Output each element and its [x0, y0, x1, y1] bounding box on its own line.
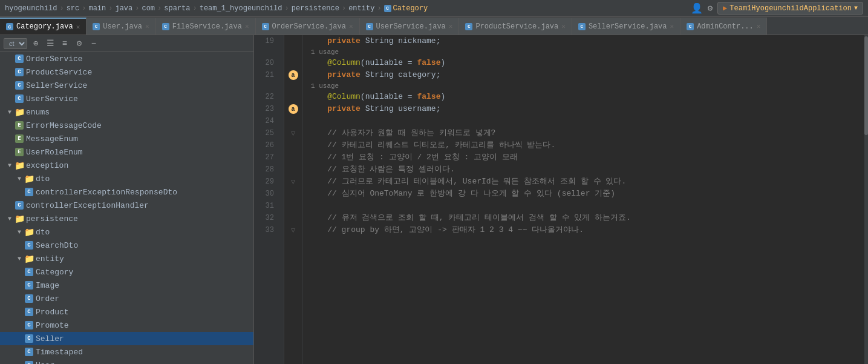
gutter-30 [284, 188, 302, 200]
folder-icon: 📁 [24, 254, 34, 263]
sidebar: ct ⊕ ☰ ≡ ⚙ − C OrderService [0, 35, 254, 364]
tab-productservice-java[interactable]: C ProductService.java ✕ [459, 18, 572, 35]
code-line-21: private String category; [308, 69, 864, 81]
tab-fileservice-java[interactable]: C FileService.java ✕ [156, 18, 256, 35]
class-icon: C [24, 267, 34, 277]
tab-close-button[interactable]: ✕ [145, 22, 149, 30]
sidebar-item-seller[interactable]: C Seller [0, 332, 253, 345]
class-icon: C [24, 280, 34, 290]
breadcrumb-item: main [88, 4, 106, 13]
gear-icon-button[interactable]: ⚙ [73, 38, 85, 50]
sidebar-item-errormessagecode[interactable]: E ErrorMessageCode [0, 119, 253, 132]
tab-user-java[interactable]: C User.java ✕ [86, 18, 155, 35]
tab-close-button[interactable]: ✕ [757, 22, 761, 30]
sidebar-toolbar: ct ⊕ ☰ ≡ ⚙ − [0, 35, 253, 52]
sidebar-item-category[interactable]: C Category [0, 265, 253, 279]
code-text: // 1번 요청 : 고양이 / 2번 요청 : 고양이 모래 [308, 151, 518, 164]
line-num-19: 19 [254, 35, 279, 47]
tree-item-label: OrderService [26, 55, 83, 64]
title-bar-right: 👤 ⚙ ▶ Team1HyogeunchildApplication ▼ [691, 2, 863, 15]
tab-icon: C [578, 23, 586, 30]
line-num-22: 22 [254, 91, 279, 103]
sidebar-item-exception[interactable]: ▼ 📁 exception [0, 159, 253, 172]
tree-expand-arrow: ▼ [15, 256, 24, 262]
enum-icon: E [15, 134, 24, 144]
code-line-22: @Column(nullable = false) [308, 91, 864, 103]
run-config-label: Team1HyogeunchildApplication [729, 4, 852, 13]
globe-icon-button[interactable]: ⊕ [30, 38, 42, 50]
tab-close-button[interactable]: ✕ [349, 22, 353, 30]
tab-close-button[interactable]: ✕ [76, 23, 80, 31]
sidebar-item-searchdto[interactable]: C SearchDto [0, 239, 253, 252]
breadcrumb-class-icon: C [384, 5, 391, 12]
code-line-29: // 그러므로 카테고리 테이블에서, UserId는 뭐든 참조해서 조회 할… [308, 176, 864, 188]
code-content[interactable]: private String nickname; 1 usage @Column… [302, 35, 864, 364]
tab-close-button[interactable]: ✕ [245, 22, 249, 30]
usage-hint-text: 1 usage [311, 46, 339, 58]
fold-indicator[interactable]: ▽ [291, 226, 295, 235]
tree-item-label: Seller [36, 334, 64, 343]
tab-admincontr-java[interactable]: C AdminContr... ✕ [680, 18, 767, 35]
code-line-19: private String nickname; [308, 35, 864, 47]
menu-icon-button[interactable]: ≡ [59, 38, 71, 50]
sidebar-item-entity[interactable]: ▼ 📁 entity [0, 252, 253, 265]
sidebar-item-productservice[interactable]: C ProductService [0, 65, 253, 79]
scrollbar-thumb[interactable] [864, 36, 868, 135]
code-line-32: // 유저 검색으로 조회 할 때, 카테고리 테이블에서 검색 할 수 있게 … [308, 212, 864, 224]
sidebar-item-promote[interactable]: C Promote [0, 319, 253, 332]
fold-indicator[interactable]: ▽ [291, 129, 295, 138]
run-config[interactable]: ▶ Team1HyogeunchildApplication ▼ [717, 2, 863, 15]
tree-item-label: Product [36, 308, 69, 317]
usage-hint-1: 1 usage [308, 47, 864, 57]
tab-category-java[interactable]: C Category.java ✕ [0, 18, 86, 35]
tab-sellerservice-java[interactable]: C SellerService.java ✕ [572, 18, 680, 35]
gutter: a a ▽ [284, 35, 302, 364]
folder-icon: 📁 [24, 227, 34, 237]
folder-icon: 📁 [24, 174, 34, 184]
line-num-24: 24 [254, 115, 279, 127]
sidebar-item-user[interactable]: C User [0, 359, 253, 364]
sidebar-item-image[interactable]: C Image [0, 279, 253, 292]
minus-icon-button[interactable]: − [88, 38, 100, 50]
tab-close-button[interactable]: ✕ [670, 22, 674, 30]
code-text: private String category; [308, 69, 440, 81]
tab-orderservice-java[interactable]: C OrderService.java ✕ [256, 18, 360, 35]
line-num-20: 20 [254, 57, 279, 69]
sidebar-item-order[interactable]: C Order [0, 292, 253, 305]
tab-userservice-java[interactable]: C UserService.java ✕ [360, 18, 460, 35]
class-icon: C [24, 240, 34, 250]
sidebar-item-userroleenum[interactable]: E UserRoleEnum [0, 145, 253, 159]
tab-icon: C [93, 23, 100, 30]
tab-close-button[interactable]: ✕ [449, 22, 453, 30]
class-icon: C [15, 94, 24, 104]
class-icon: C [24, 320, 34, 330]
enum-icon: E [15, 147, 24, 157]
sidebar-item-userservice[interactable]: C UserService [0, 92, 253, 105]
tree-item-label: dto [36, 174, 50, 184]
project-scope-select[interactable]: ct [4, 38, 27, 49]
vertical-scrollbar[interactable] [864, 35, 868, 364]
sidebar-item-orderservice[interactable]: C OrderService [0, 52, 253, 65]
tree-item-label: ProductService [26, 68, 92, 77]
code-text: // group by 하면, 고양이 -> 판매자 1 2 3 4 ~~ 다나… [308, 224, 584, 236]
line-num-32: 32 [254, 212, 279, 224]
tab-close-button[interactable]: ✕ [561, 22, 566, 30]
sidebar-item-product[interactable]: C Product [0, 305, 253, 319]
list-icon-button[interactable]: ☰ [44, 38, 56, 50]
sidebar-item-controllerexceptionhandler[interactable]: C controllerExceptionHandler [0, 199, 253, 212]
sidebar-item-messageenum[interactable]: E MessageEnum [0, 132, 253, 145]
line-num-29: 29 [254, 176, 279, 188]
sidebar-item-exception-dto[interactable]: ▼ 📁 dto [0, 172, 253, 185]
gutter-27 [284, 151, 302, 164]
sidebar-item-enums[interactable]: ▼ 📁 enums [0, 105, 253, 119]
line-num-25: 25 [254, 127, 279, 139]
tab-label: UserService.java [376, 22, 446, 31]
sidebar-item-controllerexceptionresponsedto[interactable]: C controllerExceptionResponseDto [0, 185, 253, 199]
sidebar-item-persistence[interactable]: ▼ 📁 persistence [0, 212, 253, 225]
code-text: private String username; [308, 103, 440, 115]
fold-indicator[interactable]: ▽ [291, 177, 295, 187]
sidebar-item-timestaped[interactable]: C Timestaped [0, 345, 253, 359]
sidebar-item-sellerservice[interactable]: C SellerService [0, 79, 253, 92]
sidebar-item-persistence-dto[interactable]: ▼ 📁 dto [0, 225, 253, 239]
tab-label: OrderService.java [272, 22, 346, 31]
